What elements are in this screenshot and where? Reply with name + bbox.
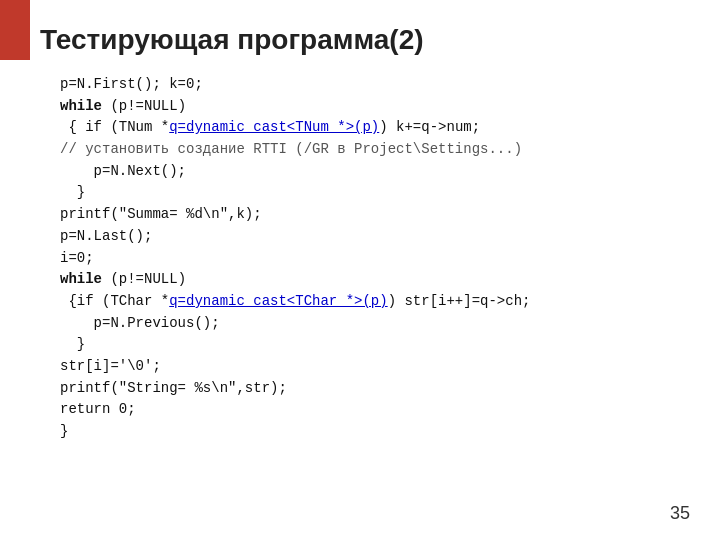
slide-title: Тестирующая программа(2): [40, 24, 690, 56]
code-line-9: while (p!=NULL): [60, 269, 690, 291]
code-line-1: while (p!=NULL): [60, 96, 690, 118]
code-line-5: }: [60, 182, 690, 204]
code-line-4: p=N.Next();: [60, 161, 690, 183]
code-line-0: p=N.First(); k=0;: [60, 74, 690, 96]
code-line-7: p=N.Last();: [60, 226, 690, 248]
code-block: p=N.First(); k=0; while (p!=NULL) { if (…: [60, 74, 690, 443]
code-line-14: printf("String= %s\n",str);: [60, 378, 690, 400]
code-line-3: // установить создание RTTI (/GR в Proje…: [60, 139, 690, 161]
code-line-13: str[i]='\0';: [60, 356, 690, 378]
top-accent-decoration: [0, 0, 30, 60]
slide: Тестирующая программа(2) p=N.First(); k=…: [0, 0, 720, 540]
code-line-6: printf("Summa= %d\n",k);: [60, 204, 690, 226]
code-line-15: return 0;: [60, 399, 690, 421]
code-line-8: i=0;: [60, 248, 690, 270]
code-line-11: p=N.Previous();: [60, 313, 690, 335]
page-number: 35: [670, 503, 690, 524]
code-line-2: { if (TNum *q=dynamic_cast<TNum *>(p)) k…: [60, 117, 690, 139]
code-line-10: {if (TChar *q=dynamic_cast<TChar *>(p)) …: [60, 291, 690, 313]
code-line-16: }: [60, 421, 690, 443]
code-line-12: }: [60, 334, 690, 356]
